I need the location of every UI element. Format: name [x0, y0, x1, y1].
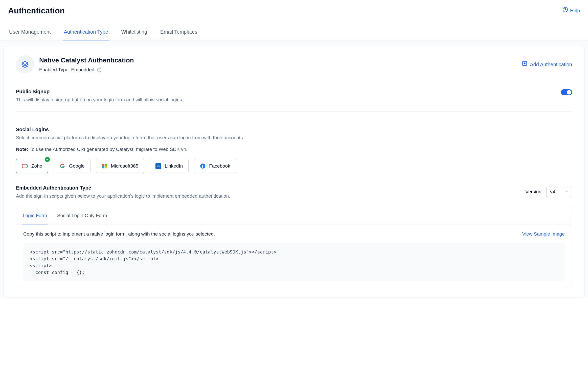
add-authentication-button[interactable]: Add Authentication — [522, 61, 572, 68]
social-logins-note: Note: To use the Authorized URI generate… — [16, 146, 572, 153]
tab-user-management[interactable]: User Management — [8, 25, 52, 40]
auth-card-title: Native Catalyst Authentication — [39, 55, 134, 65]
svg-rect-10 — [22, 164, 27, 168]
svg-rect-13 — [102, 166, 104, 168]
social-logins-title: Social Logins — [16, 126, 572, 133]
add-authentication-label: Add Authentication — [530, 61, 572, 68]
public-signup-toggle[interactable] — [561, 89, 572, 95]
svg-rect-12 — [105, 164, 107, 166]
plus-square-icon — [522, 61, 527, 68]
social-google[interactable]: Google — [54, 159, 90, 174]
linkedin-icon: in — [155, 163, 161, 169]
tab-email-templates[interactable]: Email Templates — [159, 25, 198, 40]
check-icon — [45, 157, 50, 162]
tab-whitelisting[interactable]: Whitelisting — [120, 25, 148, 40]
tab-authentication-type[interactable]: Authentication Type — [63, 25, 109, 40]
note-label: Note: — [16, 147, 28, 152]
native-catalyst-icon — [16, 55, 34, 74]
facebook-icon — [200, 163, 206, 169]
svg-point-1 — [565, 10, 566, 11]
svg-rect-11 — [102, 164, 104, 166]
social-chip-label: Google — [69, 163, 84, 170]
help-link[interactable]: Help — [562, 7, 580, 15]
main-tabs: User ManagementAuthentication TypeWhitel… — [0, 24, 588, 40]
svg-text:in: in — [157, 164, 160, 168]
version-value: v4 — [550, 188, 555, 196]
embedded-title: Embedded Authentication Type — [16, 184, 230, 192]
social-logins-desc: Select common social platforms to displa… — [16, 134, 572, 142]
public-signup-desc: This will display a sign-up button on yo… — [16, 96, 183, 104]
microsoft-icon — [102, 163, 107, 169]
help-label: Help — [570, 7, 580, 14]
view-sample-image-link[interactable]: View Sample Image — [522, 230, 565, 238]
social-chip-label: Facebook — [209, 163, 230, 170]
svg-rect-9 — [22, 164, 27, 168]
info-icon[interactable] — [97, 68, 101, 72]
code-snippet[interactable]: <script src="https://static.zohocdn.com/… — [23, 243, 565, 281]
social-zoho[interactable]: Zoho — [16, 159, 48, 174]
version-label: Version: — [525, 188, 543, 196]
zoho-icon — [22, 163, 28, 169]
social-facebook[interactable]: Facebook — [194, 159, 236, 174]
enabled-type-text: Enabled Type: Embedded — [39, 66, 94, 74]
svg-rect-8 — [22, 164, 27, 168]
social-chip-label: Microsoft365 — [111, 163, 139, 170]
public-signup-title: Public Signup — [16, 88, 183, 95]
page-title: Authentication — [8, 5, 65, 17]
svg-rect-14 — [105, 166, 107, 168]
google-icon — [59, 163, 65, 169]
login-form-desc: Copy this script to implement a native l… — [23, 230, 215, 238]
embedded-desc: Add the sign-in scripts given below to y… — [16, 193, 230, 200]
version-select[interactable]: v4 — [546, 186, 572, 198]
help-icon — [562, 7, 568, 15]
code-tab-social-login-only[interactable]: Social Login Only Form — [57, 207, 107, 225]
chevron-down-icon — [565, 188, 568, 196]
social-microsoft365[interactable]: Microsoft365 — [96, 159, 144, 174]
code-tab-login-form[interactable]: Login Form — [22, 207, 48, 225]
social-chip-label: LinkedIn — [165, 163, 183, 170]
svg-point-4 — [99, 69, 100, 69]
social-linkedin[interactable]: inLinkedIn — [150, 159, 189, 174]
note-text: To use the Authorized URI generated by C… — [28, 147, 188, 152]
social-chip-label: Zoho — [31, 163, 42, 170]
